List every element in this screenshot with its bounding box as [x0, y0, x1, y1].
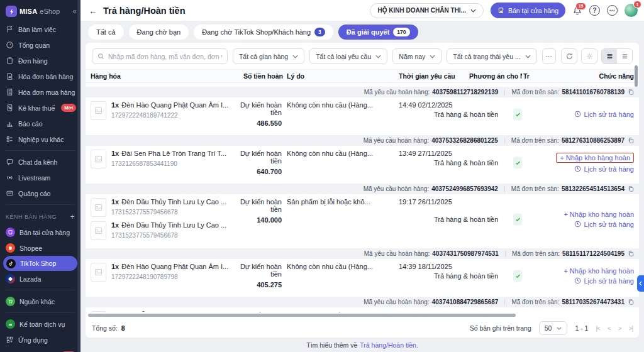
history-link[interactable]: Lịch sử trả hàng — [574, 165, 634, 173]
add-channel-button[interactable]: + — [70, 212, 75, 221]
history-link[interactable]: Lịch sử trả hàng — [574, 111, 634, 118]
copy-order-id-button[interactable] — [628, 137, 634, 144]
table-header: Hàng hóaSố tiền hoànLý doThời gian yêu c… — [86, 69, 639, 83]
receive-return-link[interactable]: + Nhập kho hàng hoàn — [564, 211, 634, 218]
sidebar-item-ban-tai-cua-hang[interactable]: Bán tại cửa hàng — [0, 224, 80, 240]
receive-return-link[interactable]: + Nhập kho hàng hoàn — [556, 153, 634, 163]
refund-cell: Dự kiến hoàn tiền140.000 — [228, 198, 283, 224]
business-dropdown[interactable]: HỘ KINH DOANH CHÂN THI... — [370, 3, 484, 18]
sidebar-item-chat-da-kenh[interactable]: Chat đa kênh — [0, 154, 80, 170]
tab-label: Đang chờ TikTok Shop/Khách hàng — [202, 28, 311, 36]
edge-panel-toggle[interactable] — [637, 275, 644, 292]
return-group: Mã yêu cầu hoàn hàng:4037598112718292139… — [86, 87, 639, 131]
filter-dropdown-tat-ca-gian-hang[interactable]: Tất cả gian hàng — [233, 48, 304, 64]
sidebar-item-livestream[interactable]: Livestream — [0, 170, 80, 185]
sidebar-item-nghiep-vu-khac[interactable]: Nghiệp vụ khác — [0, 131, 80, 147]
request-id-label: Mã yêu cầu hoàn hàng: — [364, 89, 430, 96]
chevron-down-icon — [292, 55, 298, 58]
learn-more-link[interactable]: Trả hàng/Hoàn tiền. — [360, 341, 418, 349]
copy-icon — [628, 137, 634, 144]
horizontal-scrollbar[interactable] — [88, 314, 516, 317]
group-header: Mã yêu cầu hoàn hàng:4037431750987974531… — [86, 248, 639, 259]
sidebar-item-don-hang[interactable]: Đơn hàng — [0, 53, 80, 69]
divider — [504, 89, 505, 96]
sidebar-item-bao-cao[interactable]: Báo cáo — [0, 116, 80, 131]
back-arrow-icon[interactable]: ← — [89, 6, 97, 16]
help-button[interactable]: ? — [589, 5, 600, 16]
sidebar-item-hoa-don-ban-hang[interactable]: Hóa đơn bán hàng — [0, 69, 80, 84]
pos-sale-button[interactable]: Bán tại cửa hàng — [491, 3, 565, 18]
sidebar-item-shopee[interactable]: Shopee — [0, 240, 80, 256]
product-sku: 1731523775579456678 — [111, 209, 226, 216]
filter-dropdown-tat-ca-loai-yeu-cau[interactable]: Tất cả loại yêu cầu — [309, 48, 387, 64]
sidebar-collapse-icon[interactable]: « — [72, 7, 77, 16]
group-header: Mã yêu cầu hoàn hàng:4037533268286801225… — [86, 135, 639, 146]
check-icon — [515, 112, 521, 118]
copy-order-id-button[interactable] — [628, 250, 634, 257]
tab-dang-cho-ban[interactable]: Đang chờ bạn — [129, 25, 189, 40]
copy-order-id-button[interactable] — [628, 89, 634, 96]
sidebar-item-ke-khai-thue[interactable]: Kê khai thuếMới — [0, 100, 80, 116]
search-box[interactable] — [92, 48, 228, 64]
sidebar-item-label: Tổng quan — [18, 41, 50, 49]
product-sku: 1729722248190789798 — [111, 273, 228, 280]
sidebar-item-lazada[interactable]: Lazada — [0, 271, 80, 287]
history-label: Lịch sử trả hàng — [584, 221, 634, 228]
sidebar-item-tong-quan[interactable]: Tổng quan — [0, 37, 80, 53]
chevron-left-icon — [639, 281, 642, 286]
filter-dropdown-nam-nay[interactable]: Năm nay — [392, 48, 441, 64]
refresh-button[interactable] — [561, 48, 577, 64]
brand-suffix: eShop — [40, 8, 60, 15]
ops-icon — [6, 135, 14, 143]
product-info: 1xĐài Sen Pha Lê Tròn Trang Trí T...1732… — [111, 150, 226, 168]
filter-dropdown-tat-ca-trang-thai-yeu[interactable]: Tất cả trạng thái yêu ... — [447, 48, 536, 64]
nguon-khac-icon — [6, 297, 15, 306]
receive-return-link[interactable]: + Nhập kho hàng hoàn — [564, 267, 634, 275]
per-page-select[interactable]: 50 — [539, 321, 568, 335]
return-row: 1xĐài Sen Pha Lê Tròn Trang Trí T...1732… — [86, 146, 639, 180]
vertical-scrollbar[interactable] — [635, 65, 638, 87]
list-view-button[interactable] — [617, 49, 632, 63]
order-id-label: Mã đơn trên sàn: — [511, 299, 559, 305]
product-cell: 1xĐèn Hào Quang Phật Quan Âm I...1729722… — [91, 101, 228, 120]
more-button[interactable]: ⋯ — [607, 5, 618, 16]
dropdown-label: Tất cả loại yêu cầu — [316, 53, 371, 60]
copy-order-id-button[interactable] — [628, 299, 634, 305]
tab-da-giai-quyet[interactable]: Đã giải quyết170 — [338, 25, 418, 40]
reason-cell: Không còn nhu cầu (Hàng... — [283, 263, 391, 270]
next-page-button[interactable]: > — [618, 325, 621, 332]
sidebar-item-ung-dung[interactable]: Ứng dụng — [0, 332, 80, 348]
sidebar-item-label: Kê khai thuế — [18, 104, 55, 112]
card-view-button[interactable] — [602, 49, 617, 63]
chevron-down-icon — [430, 55, 435, 58]
account-menu[interactable]: 1 — [625, 4, 638, 17]
refund-label: Dự kiến hoàn tiền — [240, 263, 282, 278]
column-header-phuong-an-cho-nguoi-mu: Phương án cho Người mu — [462, 72, 522, 80]
flag-icon — [6, 25, 14, 33]
sidebar-item-nguon-khac[interactable]: Nguồn khác — [0, 294, 80, 309]
product-entry: 1xĐèn Dầu Thủy Tinh Lưu Ly Cao ...173152… — [91, 198, 228, 217]
history-link[interactable]: Lịch sử trả hàng — [574, 221, 634, 228]
sidebar-item-quang-cao[interactable]: AdQuảng cáo — [0, 185, 80, 201]
more-filters-button[interactable]: ⋯ — [542, 48, 556, 64]
notifications-button[interactable]: 15 — [572, 6, 582, 16]
sidebar-item-ban-lam-viec[interactable]: Bàn làm việc — [0, 21, 80, 37]
group-header: Mã yêu cầu hoàn hàng:4037410884729865687… — [86, 297, 639, 307]
sidebar-item-tro-ly-ai[interactable]: AiTrợ lý AIMới — [0, 348, 80, 352]
tab-tat-ca[interactable]: Tất cả — [88, 25, 124, 40]
prev-page-button[interactable]: < — [608, 325, 611, 332]
first-page-button[interactable]: |< — [596, 325, 599, 332]
sidebar-item-label: Nghiệp vụ khác — [18, 136, 64, 143]
settings-button[interactable] — [581, 48, 597, 64]
sidebar-item-tiktok-shop[interactable]: TikTok Shop — [3, 256, 77, 271]
search-icon — [97, 53, 104, 60]
logo-row: MISAeShop « — [0, 0, 80, 21]
tab-dang-cho-tiktok-shop-khach-hang[interactable]: Đang chờ TikTok Shop/Khách hàng3 — [194, 25, 333, 40]
sidebar-item-ke-toan-dich-vu[interactable]: Kế toán dịch vụ — [0, 316, 80, 332]
history-link[interactable]: Lịch sử trả hàng — [574, 277, 634, 285]
last-page-button[interactable]: >| — [629, 325, 633, 332]
copy-order-id-button[interactable] — [628, 185, 634, 192]
sidebar-item-label: Hóa đơn bán hàng — [18, 73, 73, 80]
search-input[interactable] — [108, 53, 222, 60]
sidebar-item-hoa-don-mua-hang[interactable]: Hóa đơn mua hàng — [0, 84, 80, 100]
